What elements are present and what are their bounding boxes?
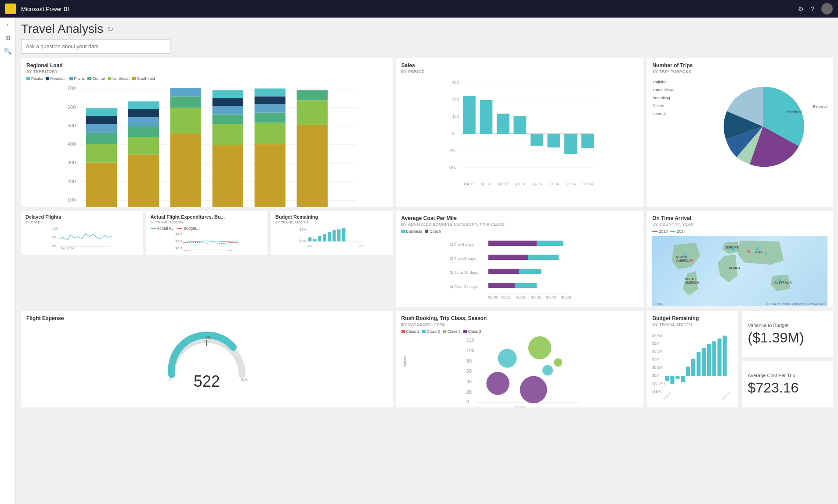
legend-central: Central xyxy=(87,76,105,81)
svg-rect-182 xyxy=(670,376,674,384)
svg-rect-31 xyxy=(128,101,159,109)
avg-cost-subtitle: BY ADVANCED BOOKING CATEGORY, TRIP CLASS xyxy=(401,222,639,227)
svg-rect-32 xyxy=(170,133,201,207)
budget-remaining-small-card: Budget Remaining BY TRAVEL MONTH $2M $0M xyxy=(271,211,393,255)
svg-text:60: 60 xyxy=(466,368,472,374)
settings-icon[interactable]: ⚙ xyxy=(798,5,804,12)
regional-load-title: Regional Load xyxy=(26,62,387,68)
svg-rect-186 xyxy=(691,359,695,376)
svg-text:Q3 14: Q3 14 xyxy=(582,182,593,186)
svg-text:$4M: $4M xyxy=(175,232,182,236)
trips-title: Number of Trips xyxy=(652,62,827,68)
svg-text:$0M: $0M xyxy=(652,374,659,378)
svg-text:40: 40 xyxy=(466,379,472,384)
svg-text:0: 0 xyxy=(452,131,454,136)
svg-rect-28 xyxy=(128,126,159,137)
rush-booking-title: Rush Booking, Trip Class, Season xyxy=(401,315,639,321)
regional-load-subtitle: BY TERRITORY xyxy=(26,69,387,74)
trips-legend-tradeshow: Trade Show xyxy=(652,86,713,94)
search-sidebar-icon[interactable]: 🔍 xyxy=(4,47,11,54)
svg-text:$1.5M: $1.5M xyxy=(652,349,662,353)
svg-rect-47 xyxy=(255,89,285,97)
refresh-icon[interactable]: ↻ xyxy=(108,25,113,33)
sidebar: › ⊞ 🔍 xyxy=(0,18,16,504)
number-of-trips-card: Number of Trips BY TRIP PURPOSE Training… xyxy=(647,58,833,207)
svg-rect-30 xyxy=(128,109,159,117)
topbar-icons: ⚙ ? xyxy=(798,3,833,14)
svg-text:$2M: $2M xyxy=(175,239,182,243)
svg-text:$2.5M: $2.5M xyxy=(652,334,662,338)
regional-load-legend: Pacific Mountain Plains Central Northeas… xyxy=(26,76,387,81)
svg-rect-101 xyxy=(308,238,311,241)
legend-northeast: Northeast xyxy=(108,76,130,81)
sales-card: Sales BY PERIOD 300 200 100 0 -100 -200 xyxy=(396,58,644,207)
svg-text:0K: 0K xyxy=(52,244,56,248)
on-time-subtitle: BY COUNTRY, YEAR xyxy=(652,222,827,227)
collapse-icon[interactable]: › xyxy=(7,21,9,28)
svg-text:$0.5M: $0.5M xyxy=(652,366,662,370)
svg-rect-190 xyxy=(712,341,716,376)
svg-text:Q1 13: Q1 13 xyxy=(481,182,491,186)
svg-rect-1 xyxy=(11,5,14,8)
avg-cost-chart: 1) 0 to 6 days 2) 7 to 13 days 3) 14 to … xyxy=(401,236,639,307)
svg-text:AUSTRALIA: AUSTRALIA xyxy=(774,281,792,284)
budget2-title: Budget Remaining xyxy=(652,315,733,321)
svg-point-131 xyxy=(690,259,693,262)
rush-booking-legend: Class 1 Class 2 Class 3 Class 3 xyxy=(401,329,639,334)
svg-rect-73 xyxy=(530,134,543,146)
svg-text:645: 645 xyxy=(241,378,248,382)
budget-remaining2-card: Budget Remaining BY TRAVEL MONTH $2.5M $… xyxy=(647,311,738,407)
svg-rect-108 xyxy=(342,228,345,241)
svg-rect-71 xyxy=(496,114,509,134)
svg-text:20: 20 xyxy=(466,389,472,395)
svg-text:EUROPE: EUROPE xyxy=(726,246,739,249)
sales-subtitle: BY PERIOD xyxy=(401,69,639,74)
avg-cost-title: Average Cost Per Mile xyxy=(401,215,639,221)
svg-text:reprots: reprots xyxy=(402,356,406,367)
svg-rect-102 xyxy=(313,239,316,241)
svg-text:($1M): ($1M) xyxy=(652,390,662,394)
search-input[interactable] xyxy=(21,40,170,54)
help-icon[interactable]: ? xyxy=(811,5,814,12)
svg-rect-0 xyxy=(7,5,10,8)
svg-text:1/1/2014: 1/1/2014 xyxy=(663,392,671,400)
svg-text:Jan 2014: Jan 2014 xyxy=(60,246,74,250)
svg-rect-22 xyxy=(86,133,117,144)
svg-text:1) 0 to 6 days: 1) 0 to 6 days xyxy=(449,242,473,247)
avatar[interactable] xyxy=(821,3,833,14)
svg-rect-3 xyxy=(11,9,14,13)
avg-cost-card: Average Cost Per Mile BY ADVANCED BOOKIN… xyxy=(396,211,644,307)
svg-text:10K: 10K xyxy=(52,227,58,230)
svg-rect-49 xyxy=(297,100,328,125)
svg-rect-37 xyxy=(213,124,243,145)
svg-rect-48 xyxy=(297,125,328,207)
actual-flight-title: Actual Flight Expenditures, Bu... xyxy=(151,214,264,220)
svg-text:Q2 14: Q2 14 xyxy=(565,182,576,186)
svg-rect-40 xyxy=(213,98,243,106)
svg-rect-27 xyxy=(128,137,159,155)
budget-small-title: Budget Remaining xyxy=(275,214,388,220)
svg-text:200: 200 xyxy=(67,179,76,184)
svg-text:$0.30: $0.30 xyxy=(531,295,541,299)
svg-rect-113 xyxy=(488,241,536,246)
variance-value: ($1.39M) xyxy=(748,330,827,346)
svg-text:Q4 12: Q4 12 xyxy=(464,182,474,186)
svg-text:Q2 13: Q2 13 xyxy=(498,182,508,186)
svg-text:$0.50: $0.50 xyxy=(561,295,571,299)
bookmark-icon[interactable]: ⊞ xyxy=(5,34,11,41)
svg-rect-103 xyxy=(318,236,321,241)
svg-text:$0.40: $0.40 xyxy=(546,295,556,299)
page-title: Travel Analysis xyxy=(21,22,103,36)
actual-flight-sub: BY TRAVEL MONTH xyxy=(151,220,264,224)
svg-text:NORTH: NORTH xyxy=(676,256,687,259)
delayed-flights-title: Delayed Flights xyxy=(25,214,138,220)
svg-rect-24 xyxy=(86,116,117,124)
svg-text:80: 80 xyxy=(466,358,472,364)
svg-rect-72 xyxy=(513,116,526,134)
svg-rect-38 xyxy=(213,114,243,124)
svg-rect-76 xyxy=(581,134,594,148)
svg-rect-42 xyxy=(255,144,285,207)
map-svg: NORTH AMERICA SOUTH AMERICA AFRICA ASIA … xyxy=(652,236,827,306)
svg-rect-44 xyxy=(255,113,285,123)
main-content: Travel Analysis ↻ Regional Load BY TERRI… xyxy=(16,18,838,504)
